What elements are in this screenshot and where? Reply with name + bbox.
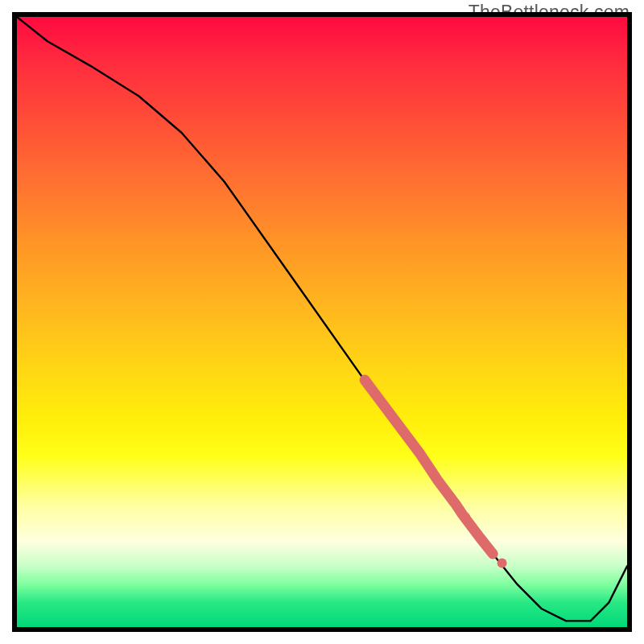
- highlight-band: [365, 380, 493, 554]
- bottleneck-curve-line: [17, 17, 627, 621]
- highlight-dot: [460, 513, 470, 522]
- chart-container: TheBottleneck.com: [0, 0, 644, 644]
- chart-svg: [17, 17, 627, 627]
- highlight-dot: [497, 558, 507, 568]
- plot-area: [12, 12, 632, 632]
